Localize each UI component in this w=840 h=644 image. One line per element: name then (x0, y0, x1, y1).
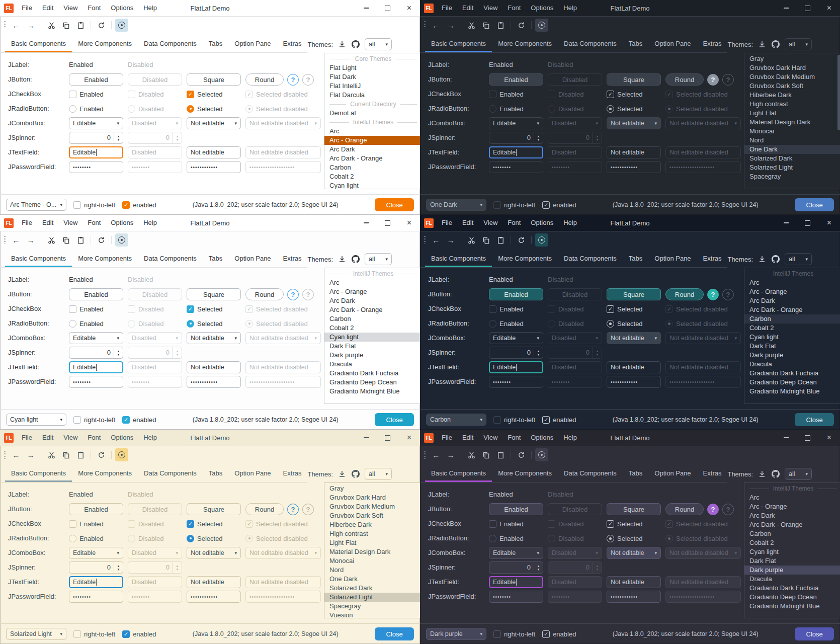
menu-item[interactable]: Edit (37, 0, 58, 16)
jbutton-square[interactable]: Square (607, 73, 661, 86)
theme-list-item[interactable]: Nord (324, 566, 420, 575)
jtextfield-editable[interactable]: Editable (489, 361, 543, 373)
tab[interactable]: Extras (697, 36, 728, 52)
refresh-button[interactable] (515, 448, 528, 461)
download-icon[interactable] (338, 255, 347, 264)
jbutton-square[interactable]: Square (187, 503, 241, 515)
theme-list-item[interactable]: Gray (744, 54, 840, 63)
help-button[interactable]: ? (707, 504, 719, 515)
jtextfield-editable[interactable]: Editable (69, 146, 123, 158)
download-icon[interactable] (338, 40, 347, 49)
themes-filter-select[interactable]: all▾ (785, 38, 812, 50)
menu-item[interactable]: View (58, 0, 82, 16)
maximize-button[interactable] (797, 0, 818, 16)
menu-item[interactable]: File (437, 215, 457, 231)
tab[interactable]: Tabs (623, 251, 648, 267)
theme-list-item[interactable]: Flat Light (324, 63, 420, 72)
jbutton-square[interactable]: Square (607, 288, 661, 300)
theme-list-item[interactable]: High contrast (744, 100, 840, 109)
maximize-button[interactable] (377, 0, 398, 16)
theme-list-item[interactable]: Dark purple (744, 566, 840, 575)
jcheckbox-selected[interactable]: Selected (187, 303, 241, 315)
jspinner-enabled[interactable]: 0▴▾ (489, 132, 543, 144)
menu-item[interactable]: Font (502, 215, 526, 231)
copy-button[interactable] (479, 448, 492, 461)
tab[interactable]: Extras (697, 251, 728, 267)
theme-list-item[interactable]: Gradianto Deep Ocean (744, 593, 840, 602)
download-icon[interactable] (758, 469, 767, 478)
inspect-toggle-button[interactable] (535, 448, 548, 461)
minimize-button[interactable] (775, 215, 797, 231)
theme-list-item[interactable]: Gradianto Deep Ocean (324, 378, 420, 387)
minimize-button[interactable] (775, 0, 797, 16)
tab[interactable]: Option Pane (228, 465, 277, 482)
jtextfield-not-editable[interactable]: Not editable (607, 146, 661, 158)
toolbar-grip[interactable] (4, 236, 6, 244)
jcombobox-editable[interactable]: Editable▾ (489, 117, 543, 129)
theme-list-item[interactable]: Arc - Orange (744, 502, 840, 511)
tab[interactable]: More Components (72, 465, 138, 482)
theme-list-item[interactable]: Solarized Dark (744, 154, 840, 163)
theme-list-item[interactable]: Dark purple (744, 351, 840, 360)
forward-button[interactable]: → (24, 19, 37, 32)
theme-list-item[interactable]: Solarized Dark (324, 584, 420, 593)
close-window-button[interactable]: × (818, 215, 840, 231)
theme-list-item[interactable]: Arc (744, 493, 840, 502)
theme-list-item[interactable]: Current Directory (324, 100, 420, 109)
theme-list-item[interactable]: Dracula (744, 360, 840, 369)
tab[interactable]: More Components (492, 251, 558, 267)
back-button[interactable]: ← (430, 19, 443, 32)
jcheckbox-selected[interactable]: Selected (187, 88, 241, 100)
theme-list-item[interactable]: Arc Dark (744, 511, 840, 520)
theme-list-item[interactable]: IntelliJ Themes (324, 269, 420, 278)
jradiobutton-enabled[interactable]: Enabled (69, 532, 123, 544)
tab[interactable]: Basic Components (5, 465, 72, 482)
jtextfield-not-editable[interactable]: Not editable (607, 361, 661, 373)
themes-filter-select[interactable]: all▾ (785, 468, 812, 480)
theme-list-item[interactable]: Hiberbee Dark (324, 520, 420, 529)
theme-list-item[interactable]: Arc (744, 278, 840, 287)
menu-item[interactable]: Font (82, 0, 106, 16)
close-button[interactable]: Close (375, 198, 414, 211)
menu-item[interactable]: View (478, 215, 502, 231)
jcheckbox-enabled[interactable]: Enabled (69, 88, 123, 100)
rtl-checkbox[interactable]: right-to-left (73, 630, 115, 638)
theme-list-item[interactable]: Cyan light (324, 181, 420, 189)
tab[interactable]: Basic Components (425, 36, 492, 52)
jradiobutton-selected[interactable]: Selected (187, 317, 241, 330)
spinner-arrows-icon[interactable]: ▴▾ (114, 132, 123, 143)
theme-list-item[interactable]: Carbon (744, 529, 840, 538)
jtextfield-editable[interactable]: Editable (69, 361, 123, 373)
jpasswordfield-enabled[interactable]: •••••••• (489, 161, 543, 173)
theme-selector[interactable]: Dark purple▾ (426, 628, 486, 640)
forward-button[interactable]: → (444, 233, 457, 247)
theme-list-item[interactable]: Carbon (324, 163, 420, 172)
close-button[interactable]: Close (795, 413, 834, 426)
menu-item[interactable]: View (478, 430, 502, 446)
theme-list-item[interactable]: Gradianto Dark Fuchsia (324, 369, 420, 378)
theme-list-item[interactable]: Light Flat (744, 109, 840, 118)
maximize-button[interactable] (377, 215, 398, 231)
rtl-checkbox[interactable]: right-to-left (73, 416, 115, 424)
menu-item[interactable]: File (17, 430, 37, 446)
download-icon[interactable] (758, 255, 767, 264)
back-button[interactable]: ← (10, 233, 23, 247)
menu-item[interactable]: Edit (457, 0, 478, 16)
back-button[interactable]: ← (430, 448, 443, 461)
menu-item[interactable]: File (437, 430, 457, 446)
jcombobox-not-editable[interactable]: Not editable▾ (607, 332, 661, 344)
close-window-button[interactable]: × (398, 215, 420, 231)
theme-list-item[interactable]: Monocai (744, 127, 840, 136)
theme-list-item[interactable]: Material Design Dark (744, 118, 840, 127)
paste-button[interactable] (494, 448, 507, 461)
tab[interactable]: More Components (492, 36, 558, 52)
jcombobox-editable[interactable]: Editable▾ (69, 117, 123, 129)
jtextfield-not-editable[interactable]: Not editable (187, 361, 241, 373)
menu-item[interactable]: Help (558, 430, 582, 446)
minimize-button[interactable] (355, 430, 377, 446)
theme-list-item[interactable]: Arc Dark (744, 296, 840, 305)
tab[interactable]: Tabs (623, 36, 648, 52)
jpasswordfield-not-editable[interactable]: •••••••••••• (187, 161, 241, 173)
theme-list-item[interactable]: Vuesion (324, 611, 420, 618)
theme-list-item[interactable]: Gruvbox Dark Medium (324, 502, 420, 511)
